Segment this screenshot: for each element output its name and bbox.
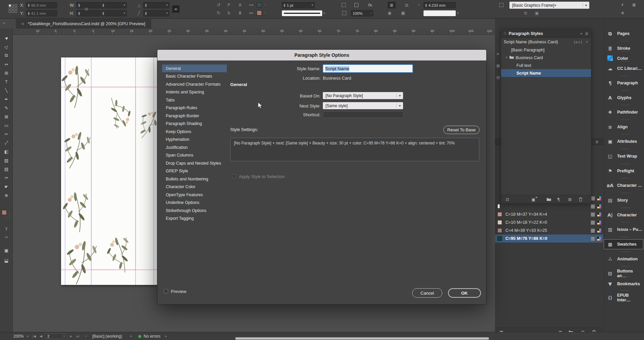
rotate-ccw-icon[interactable]: ↺ [217,3,220,7]
panel-collapse-icon[interactable]: » [580,32,583,36]
constrain-proportions-icon[interactable]: ⊘ [85,7,88,11]
hand-tool-icon[interactable]: ☛ [0,182,13,190]
preflight-status[interactable]: No errors [138,332,160,340]
text-wrap-toggle-icon[interactable]: ▣ [401,11,405,15]
dock-item-preflight[interactable]: ⚑Preflight [604,166,643,176]
reference-point-proxy[interactable] [9,4,17,13]
height-field[interactable]: ▲▼ [77,10,100,16]
eyedropper-tool-icon[interactable]: ✑ [0,174,13,182]
pen-tool-icon[interactable]: ✒ [0,95,13,103]
dock-item-character[interactable]: A|Character [604,210,643,220]
fill-proxy-chip[interactable] [2,210,7,215]
dialog-nav-hyphenation[interactable]: Hyphenation [162,136,227,143]
shear-angle-field[interactable]: ▲▼▾ [143,10,169,16]
dialog-nav-tabs[interactable]: Tabs [162,96,227,104]
dialog-nav-justification[interactable]: Justification [162,143,227,151]
dock-item-cc-librari[interactable]: ☁CC Librari… [604,64,643,73]
dock-item-glyphs[interactable]: AGlyphs [604,93,643,102]
dialog-nav-span-columns[interactable]: Span Columns [162,152,227,159]
ok-button[interactable]: OK [448,288,481,298]
distribute-icon[interactable]: ⧉ [403,2,411,8]
gap-tool-icon[interactable]: ↔ [0,60,13,68]
dock-item-story[interactable]: ▤Story [604,196,643,205]
select-container-icon[interactable]: ⋔ [238,3,242,7]
dialog-nav-strikethrough-options[interactable]: Strikethrough Options [162,207,227,214]
corner-radius-field[interactable]: ▲▼4.233 mm [424,2,456,8]
pencil-tool-icon[interactable]: ✎ [0,104,13,112]
rotation-angle-field[interactable]: ▲▼▾ [143,2,169,8]
gradient-feather-tool-icon[interactable]: ▧ [0,156,13,164]
dialog-nav-underline-options[interactable]: Underline Options [162,199,227,207]
scissors-tool-icon[interactable]: ✂ [0,130,13,138]
new-style-group-button[interactable] [545,197,552,202]
swatches-menu-icon[interactable]: ≣ [595,140,598,144]
collapsed-panel-icon-2[interactable]: ▦ [496,64,500,68]
dock-item-stroke[interactable]: ≣Stroke [604,44,643,53]
stroke-type-combo[interactable] [424,10,456,16]
dock-item-color[interactable]: Color [604,54,643,63]
tab-overflow-icon[interactable]: » [3,21,5,25]
ruler-origin-corner[interactable] [13,29,18,35]
dialog-nav-basic-character-formats[interactable]: Basic Character Formats [162,73,227,80]
dialog-nav-general[interactable]: General [162,65,227,72]
previous-page-icon[interactable]: ◀ [40,332,42,340]
dialog-nav-indents-and-spacing[interactable]: Indents and Spacing [162,88,227,96]
stroke-flyout-icon[interactable]: › [264,11,266,14]
dialog-nav-grep-style[interactable]: GREP Style [162,167,227,175]
dialog-nav-opentype-features[interactable]: OpenType Features [162,191,227,199]
gradient-swatch-tool-icon[interactable]: ◧ [0,147,13,156]
paragraph-style-row[interactable]: Script Name [501,69,591,77]
object-fitting-icon[interactable] [342,11,346,15]
dialog-nav-paragraph-shading[interactable]: Paragraph Shading [162,120,227,128]
dialog-nav-advanced-character-formats[interactable]: Advanced Character Formats [162,80,227,88]
formatting-container-icon[interactable]: ▭ [0,233,13,241]
dialog-nav-paragraph-rules[interactable]: Paragraph Rules [162,104,227,112]
corner-options-icon[interactable]: ⁘ [417,3,420,7]
paragraph-style-row[interactable]: [Basic Paragraph] [501,46,591,54]
select-previous-icon[interactable]: ⊷ [249,11,253,15]
paragraph-style-row[interactable]: Full text [501,61,591,69]
swatch-row[interactable]: C=10 M=18 Y=22 K=0 [495,218,603,226]
rectangle-tool-icon[interactable]: ▭ [0,121,13,129]
select-content-icon[interactable]: ⊶ [249,3,253,7]
cc-libraries-add-button[interactable]: ▣ [531,197,538,202]
drop-shadow-icon[interactable]: ◉ [388,11,391,15]
stroke-style-chevron-icon[interactable]: ▾ [324,12,325,15]
preview-checkbox[interactable] [164,289,168,293]
swatch-row[interactable]: C=4 M=39 Y=33 K=25 [495,226,603,235]
flip-horizontal-icon[interactable]: P [228,3,230,7]
dock-item-paragraph[interactable]: ¶Paragraph [604,78,643,88]
create-new-style-button[interactable]: ⊞ [566,197,574,202]
stroke-weight-combo[interactable]: ▲▼1 pt▾ [282,2,315,8]
flip-vertical-icon[interactable]: b [228,11,230,15]
dock-item-epub-inter[interactable]: ⟨⟩EPUB Inter… [604,293,643,302]
screen-mode-preview-icon[interactable]: ⬓ [0,256,13,264]
preflight-profile[interactable]: [Basic] (working) [92,332,122,340]
y-position-field[interactable]: ▲▼41.1 mm [26,10,57,16]
dialog-title-bar[interactable]: Paragraph Style Options [157,50,486,60]
quick-apply-icon[interactable]: ⚡ [621,3,624,7]
first-page-icon[interactable]: |◀ [33,332,36,340]
page-number-dropdown[interactable]: 2▾ [45,334,67,339]
fill-stroke-proxy[interactable] [2,210,11,219]
dialog-nav-paragraph-border[interactable]: Paragraph Border [162,112,227,120]
note-tool-icon[interactable]: ▤ [0,165,13,173]
scale-y-field[interactable]: ▲▼▾ [101,10,127,16]
collapsed-panel-icon-3[interactable]: ▤ [496,76,500,79]
dialog-nav-keep-options[interactable]: Keep Options [162,128,227,135]
x-position-field[interactable]: ▲▼96.9 mm [26,2,57,8]
relink-icon[interactable]: ⋕ [238,11,242,15]
current-style-row[interactable]: Script Name (Business Card) [a+] ⚡ [501,38,591,46]
dock-item-text-wrap[interactable]: ◱Text Wrap [604,152,643,161]
dock-item-pathfinder[interactable]: ❖Pathfinder [604,108,643,117]
link-scale-icon[interactable]: ∞ [172,5,180,13]
swatch-row-partial[interactable] [495,202,603,210]
object-style-combo[interactable]: [Basic Graphics Frame]+▾ [509,2,589,9]
fill-flyout-icon[interactable]: › [264,3,266,6]
content-collector-tool-icon[interactable]: ⊞ [0,69,13,77]
fill-color-chip[interactable] [257,2,262,7]
panel-menu-icon[interactable]: ≣ [585,32,588,36]
dialog-nav-export-tagging[interactable]: Export Tagging [162,215,227,222]
document-tab[interactable]: × *DataMerge_FloristBusinessCard.indd @ … [16,19,151,29]
style-name-input[interactable]: Script Name [323,65,413,73]
